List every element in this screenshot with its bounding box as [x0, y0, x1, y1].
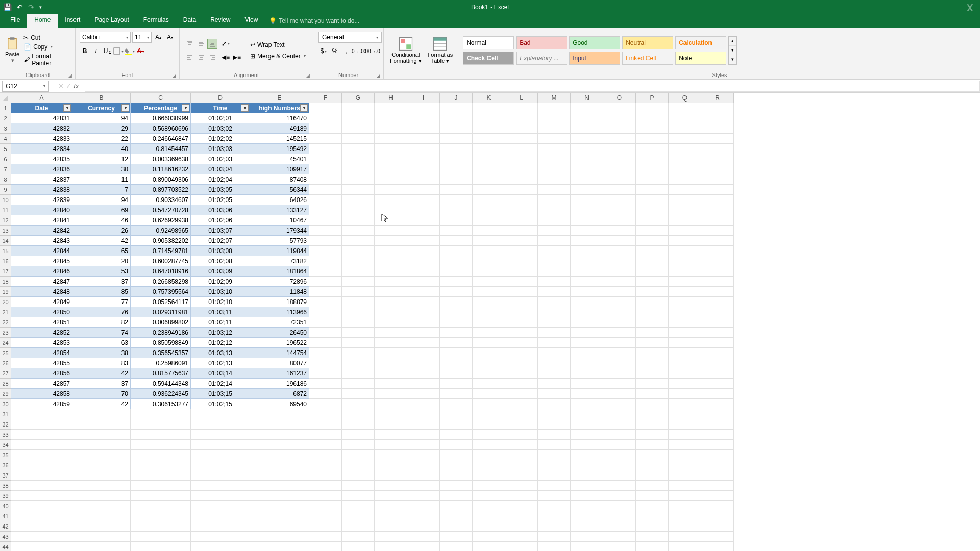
cell-K5[interactable]	[473, 144, 505, 154]
cell-E9[interactable]: 56344	[250, 185, 309, 195]
align-top-button[interactable]	[185, 39, 195, 49]
cell-C26[interactable]: 0.25986091	[131, 358, 191, 368]
styles-scroll-down[interactable]: ▾	[729, 46, 736, 55]
cell-J40[interactable]	[440, 501, 473, 511]
cell-I25[interactable]	[407, 348, 440, 358]
cell-Q10[interactable]	[669, 195, 701, 205]
row-header-14[interactable]: 14	[0, 236, 11, 246]
cell-L25[interactable]	[505, 348, 538, 358]
column-header-F[interactable]: F	[309, 93, 342, 103]
cell-R4[interactable]	[701, 134, 734, 144]
cell-E40[interactable]	[250, 501, 309, 511]
cell-C21[interactable]: 0.029311981	[131, 307, 191, 317]
cell-F40[interactable]	[309, 501, 342, 511]
cell-Q32[interactable]	[669, 419, 701, 430]
cell-I37[interactable]	[407, 470, 440, 481]
style-normal[interactable]: Normal	[463, 36, 514, 49]
cell-O28[interactable]	[603, 379, 636, 389]
cell-D39[interactable]	[191, 491, 250, 501]
cell-G24[interactable]	[342, 338, 375, 348]
cell-N7[interactable]	[571, 164, 603, 174]
borders-button[interactable]: ▾	[113, 46, 124, 56]
cell-R37[interactable]	[701, 470, 734, 481]
cell-N14[interactable]	[571, 236, 603, 246]
cell-A21[interactable]: 42850	[11, 307, 72, 317]
cell-M31[interactable]	[538, 409, 571, 419]
cell-P23[interactable]	[636, 328, 669, 338]
font-dialog-launcher[interactable]: ◢	[173, 73, 176, 78]
row-header-32[interactable]: 32	[0, 419, 11, 430]
cell-N3[interactable]	[571, 123, 603, 134]
cell-P30[interactable]	[636, 399, 669, 409]
cell-D1[interactable]: Time	[191, 103, 250, 113]
cell-A33[interactable]	[11, 430, 72, 440]
cell-F16[interactable]	[309, 256, 342, 266]
cell-P25[interactable]	[636, 348, 669, 358]
cell-G40[interactable]	[342, 501, 375, 511]
cell-C43[interactable]	[131, 532, 191, 542]
cell-K7[interactable]	[473, 164, 505, 174]
cell-G25[interactable]	[342, 348, 375, 358]
cell-Q28[interactable]	[669, 379, 701, 389]
cell-K38[interactable]	[473, 481, 505, 491]
cell-R20[interactable]	[701, 297, 734, 307]
cell-P15[interactable]	[636, 246, 669, 256]
row-header-9[interactable]: 9	[0, 185, 11, 195]
cell-Q26[interactable]	[669, 358, 701, 368]
cell-P40[interactable]	[636, 501, 669, 511]
cell-K32[interactable]	[473, 419, 505, 430]
cell-P18[interactable]	[636, 277, 669, 287]
cell-C28[interactable]: 0.594144348	[131, 379, 191, 389]
style-linked-cell[interactable]: Linked Cell	[622, 52, 673, 65]
cell-R31[interactable]	[701, 409, 734, 419]
cell-N44[interactable]	[571, 542, 603, 551]
cell-R10[interactable]	[701, 195, 734, 205]
column-header-L[interactable]: L	[505, 93, 538, 103]
cell-A19[interactable]: 42848	[11, 287, 72, 297]
cell-C5[interactable]: 0.81454457	[131, 144, 191, 154]
cell-M29[interactable]	[538, 389, 571, 399]
cell-L2[interactable]	[505, 113, 538, 123]
wrap-text-button[interactable]: ↩Wrap Text	[248, 40, 308, 49]
tab-formulas[interactable]: Formulas	[136, 14, 176, 28]
cell-K34[interactable]	[473, 440, 505, 450]
cell-I1[interactable]	[407, 103, 440, 113]
cell-O9[interactable]	[603, 185, 636, 195]
row-header-26[interactable]: 26	[0, 358, 11, 368]
cell-M19[interactable]	[538, 287, 571, 297]
row-header-11[interactable]: 11	[0, 205, 11, 215]
cell-K15[interactable]	[473, 246, 505, 256]
cell-K26[interactable]	[473, 358, 505, 368]
cell-C42[interactable]	[131, 521, 191, 532]
cell-L34[interactable]	[505, 440, 538, 450]
cell-O17[interactable]	[603, 266, 636, 277]
row-header-28[interactable]: 28	[0, 379, 11, 389]
cell-P14[interactable]	[636, 236, 669, 246]
cell-Q21[interactable]	[669, 307, 701, 317]
cell-N11[interactable]	[571, 205, 603, 215]
cell-P8[interactable]	[636, 174, 669, 185]
fx-icon[interactable]: fx	[74, 82, 82, 90]
style-good[interactable]: Good	[569, 36, 620, 49]
cell-F26[interactable]	[309, 358, 342, 368]
font-size-combo[interactable]: 11▾	[132, 32, 152, 43]
cell-Q14[interactable]	[669, 236, 701, 246]
cell-J9[interactable]	[440, 185, 473, 195]
cell-P17[interactable]	[636, 266, 669, 277]
cell-D2[interactable]: 01:02;01	[191, 113, 250, 123]
increase-font-button[interactable]: A▴	[153, 32, 163, 42]
cell-Q8[interactable]	[669, 174, 701, 185]
cell-O25[interactable]	[603, 348, 636, 358]
cell-H5[interactable]	[375, 144, 407, 154]
cell-D38[interactable]	[191, 481, 250, 491]
cell-B37[interactable]	[72, 470, 131, 481]
cell-J26[interactable]	[440, 358, 473, 368]
cell-I6[interactable]	[407, 154, 440, 164]
cell-K1[interactable]	[473, 103, 505, 113]
cell-G28[interactable]	[342, 379, 375, 389]
cell-L29[interactable]	[505, 389, 538, 399]
cell-D23[interactable]: 01:03;12	[191, 328, 250, 338]
cell-H3[interactable]	[375, 123, 407, 134]
cell-G31[interactable]	[342, 409, 375, 419]
cell-L4[interactable]	[505, 134, 538, 144]
